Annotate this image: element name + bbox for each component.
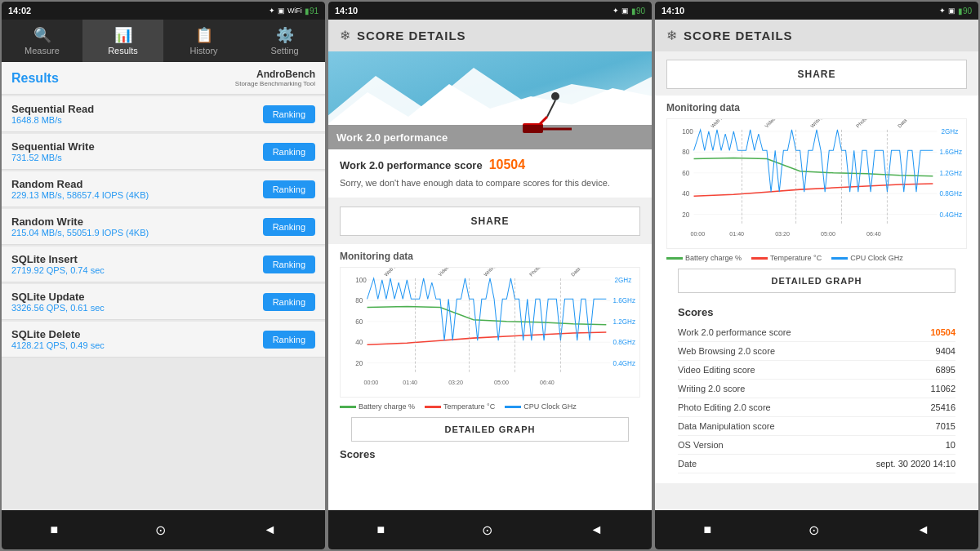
nav-results-label: Results	[108, 46, 138, 56]
ranking-btn-rand-write[interactable]: Ranking	[263, 218, 315, 236]
bottom-home-btn-3[interactable]: ⊙	[802, 516, 826, 544]
result-value-sqlite-update: 3326.56 QPS, 0.61 sec	[11, 303, 105, 313]
bottom-nav-2: ■ ⊙ ◄	[328, 510, 652, 549]
androbench-logo: AndroBench Storage Benchmarking Tool	[235, 69, 315, 87]
chart-container-3: 100 80 60 40 20 2GHz 1.6GHz 1.2GHz 0.8GH…	[666, 118, 967, 249]
ranking-btn-sqlite-delete[interactable]: Ranking	[263, 331, 315, 349]
bt-icon: ✦	[269, 7, 275, 15]
svg-text:Web Browsing: Web Browsing	[383, 268, 410, 278]
result-value-seq-write: 731.52 MB/s	[11, 153, 95, 162]
legend-temp-2: Temperature °C	[425, 402, 495, 411]
bottom-square-btn-2[interactable]: ■	[371, 516, 392, 544]
ranking-btn-rand-read[interactable]: Ranking	[263, 180, 315, 198]
bottom-home-btn-2[interactable]: ⊙	[475, 516, 499, 544]
svg-text:Web Browsing: Web Browsing	[710, 119, 737, 129]
svg-text:Video Editing: Video Editing	[764, 119, 788, 129]
svg-text:2GHz: 2GHz	[942, 128, 959, 136]
svg-point-3	[551, 92, 559, 100]
result-info-rand-write: Random Write 215.04 MB/s, 55051.9 IOPS (…	[11, 216, 149, 238]
result-value-sqlite-insert: 2719.92 QPS, 0.74 sec	[11, 265, 105, 275]
nav-setting-label: Setting	[270, 46, 298, 56]
result-name-rand-read: Random Read	[11, 178, 149, 190]
legend-battery-2: Battery charge %	[340, 402, 415, 411]
nav-measure-label: Measure	[24, 46, 60, 56]
measure-icon: 🔍	[33, 26, 51, 44]
result-item-rand-read: Random Read 229.13 MB/s, 58657.4 IOPS (4…	[2, 171, 325, 207]
legend-cpu-label-3: CPU Clock GHz	[850, 254, 903, 262]
ranking-btn-sqlite-insert[interactable]: Ranking	[263, 256, 315, 273]
detail-graph-button-3[interactable]: DETAILED GRAPH	[678, 269, 956, 293]
svg-text:03:20: 03:20	[448, 380, 463, 386]
score-row-value-photo: 25416	[930, 402, 956, 412]
legend-cpu-dot-2	[505, 406, 521, 408]
scores-section-3: Scores Work 2.0 performance score 10504 …	[666, 300, 967, 480]
bottom-back-btn-3[interactable]: ◄	[911, 516, 937, 544]
legend-cpu-label-2: CPU Clock GHz	[523, 402, 577, 411]
svg-text:01:40: 01:40	[729, 231, 744, 238]
score-line-2: Work 2.0 performance score 10504	[340, 158, 640, 172]
signal-icon-2: ▣	[621, 7, 629, 15]
bottom-square-btn-1[interactable]: ■	[44, 516, 65, 544]
legend-temp-dot-2	[425, 406, 441, 408]
share-button-2[interactable]: SHARE	[340, 207, 640, 236]
bt-icon-3: ✦	[939, 7, 946, 15]
nav-history[interactable]: 📋 History	[163, 20, 244, 62]
detail-graph-button-2[interactable]: DETAILED GRAPH	[351, 417, 629, 442]
status-time-3: 14:10	[662, 6, 684, 16]
nav-setting[interactable]: ⚙️ Setting	[244, 20, 325, 62]
svg-text:1.6GHz: 1.6GHz	[612, 298, 635, 305]
monitoring-title-2: Monitoring data	[340, 251, 640, 262]
ranking-btn-seq-write[interactable]: Ranking	[263, 143, 315, 161]
hero-overlay-2: Work 2.0 performance	[328, 125, 652, 149]
result-value-seq-read: 1648.8 MB/s	[11, 115, 94, 125]
legend-temp-3: Temperature °C	[751, 254, 822, 262]
bottom-back-btn-1[interactable]: ◄	[257, 516, 283, 544]
score-row-label-work: Work 2.0 performance score	[678, 327, 791, 337]
svg-text:05:00: 05:00	[821, 231, 835, 238]
monitoring-section-3: Monitoring data 100 80 60 40 20 2GHz 1.6…	[655, 96, 978, 483]
svg-text:100: 100	[682, 128, 693, 136]
score-row-date: Date sept. 30 2020 14:10	[678, 455, 956, 473]
chart-svg-2: 100 80 60 40 20 2GHz 1.6GHz 1.2GHz 0.8GH…	[341, 268, 639, 397]
ranking-btn-seq-read[interactable]: Ranking	[263, 105, 315, 123]
phone-1: 14:02 ✦ ▣ WiFi ▮91 🔍 Measure 📊 Results 📋…	[2, 2, 325, 549]
result-info-sqlite-update: SQLite Update 3326.56 QPS, 0.61 sec	[11, 291, 105, 313]
bottom-square-btn-3[interactable]: ■	[697, 516, 719, 544]
score-row-value-date: sept. 30 2020 14:10	[876, 459, 956, 469]
score-details-title-2: SCORE DETAILS	[357, 29, 466, 42]
nav-measure[interactable]: 🔍 Measure	[2, 20, 82, 62]
monitoring-section-2: Monitoring data 100 80 60 40 20 2GHz 1.6…	[328, 244, 652, 510]
nav-results[interactable]: 📊 Results	[82, 20, 163, 62]
results-header: Results AndroBench Storage Benchmarking …	[2, 62, 325, 95]
bottom-home-btn-1[interactable]: ⊙	[149, 516, 172, 544]
result-name-sqlite-delete: SQLite Delete	[11, 328, 105, 340]
legend-cpu-2: CPU Clock GHz	[505, 402, 577, 411]
result-info-seq-write: Sequential Write 731.52 MB/s	[11, 140, 95, 162]
status-icons-2: ✦ ▣ ▮90	[612, 7, 645, 16]
battery-icon-3: ▮90	[958, 7, 972, 16]
results-title: Results	[11, 71, 59, 86]
score-row-value-web: 9404	[936, 346, 956, 356]
nav-bar-1: 🔍 Measure 📊 Results 📋 History ⚙️ Setting	[2, 20, 325, 62]
status-time-2: 14:10	[335, 6, 358, 16]
share-button-3[interactable]: SHARE	[666, 60, 967, 89]
legend-battery-dot-3	[666, 257, 683, 260]
svg-text:Data Manip.: Data Manip.	[896, 119, 919, 129]
scores-title-3: Scores	[678, 306, 956, 318]
signal-icon: ▣	[278, 7, 285, 15]
setting-icon: ⚙️	[276, 26, 294, 44]
snowflake-icon-2: ❄	[340, 28, 350, 43]
score-label-2: Work 2.0 performance score	[340, 159, 483, 171]
ranking-btn-sqlite-update[interactable]: Ranking	[263, 293, 315, 311]
legend-battery-label-2: Battery charge %	[359, 402, 415, 411]
score-row-data: Data Manipulation score 7015	[678, 417, 956, 436]
svg-text:Photo Editing: Photo Editing	[528, 268, 554, 278]
history-icon: 📋	[195, 26, 213, 44]
svg-text:20: 20	[682, 211, 690, 219]
status-bar-3: 14:10 ✦ ▣ ▮90	[655, 2, 978, 20]
score-row-work: Work 2.0 performance score 10504	[678, 323, 956, 342]
bottom-back-btn-2[interactable]: ◄	[584, 516, 610, 544]
svg-text:100: 100	[355, 277, 367, 284]
legend-battery-3: Battery charge %	[666, 254, 742, 262]
phone-3: 14:10 ✦ ▣ ▮90 ❄ SCORE DETAILS SHARE Moni…	[655, 2, 978, 549]
